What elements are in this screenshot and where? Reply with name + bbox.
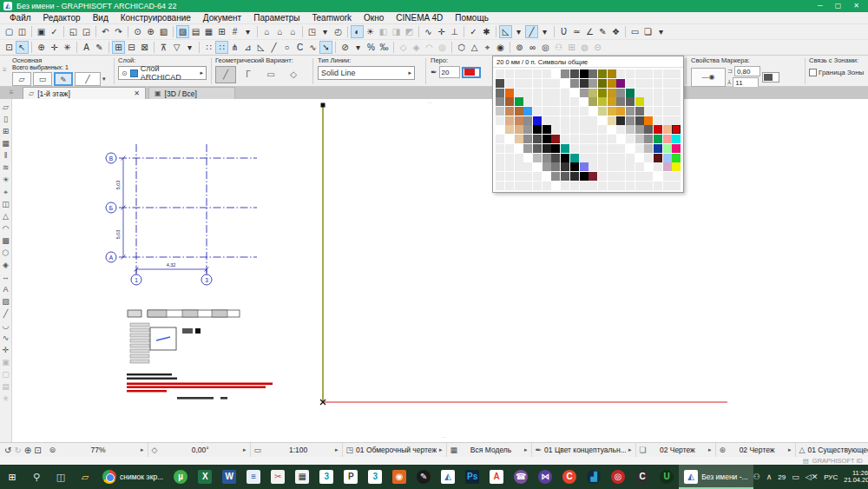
set-square-icon[interactable]: ◺ — [499, 25, 512, 38]
status-renovation-filter[interactable]: △01 Существующее со...▸ — [796, 443, 868, 457]
pen-color-cell[interactable] — [496, 69, 504, 78]
pen-color-cell[interactable] — [570, 107, 579, 116]
pen-color-cell[interactable] — [616, 172, 625, 181]
trim-icon[interactable]: ⊘ — [339, 41, 352, 54]
pen-color-cell[interactable] — [570, 89, 579, 97]
top-link-icon[interactable]: ⊼ — [157, 41, 170, 54]
pen-color-cell[interactable] — [580, 162, 589, 171]
pen-color-cell[interactable] — [542, 144, 551, 153]
pen-color-cell[interactable] — [580, 182, 589, 190]
pen-color-cell[interactable] — [551, 107, 560, 116]
menu-документ[interactable]: Документ — [197, 12, 247, 24]
tab-3d-all[interactable]: ▣ [3D / Все] — [148, 87, 235, 99]
grid-options-icon[interactable]: ▾ — [241, 25, 254, 38]
zoom-forward-icon[interactable]: ↻ — [14, 446, 21, 455]
pen-color-cell[interactable] — [672, 116, 681, 125]
pen-color-cell[interactable] — [570, 144, 579, 153]
pen-color-cell[interactable] — [561, 79, 569, 88]
pen-color-cell[interactable] — [496, 116, 504, 125]
3d-path-icon[interactable]: ⌖ — [481, 41, 494, 54]
pen-color-cell[interactable] — [663, 107, 672, 116]
menu-вид[interactable]: Вид — [87, 12, 115, 24]
section-tool-icon[interactable]: ▤ — [1, 380, 11, 393]
pen-color-cell[interactable] — [542, 79, 551, 88]
taskbar-kmplayer[interactable]: ⋈ — [533, 465, 557, 489]
taskbar-utorrent[interactable]: µ — [168, 465, 193, 489]
pen-color-cell[interactable] — [598, 135, 607, 143]
guide-options-icon[interactable]: ▾ — [538, 25, 551, 38]
pen-color-swatch[interactable] — [462, 67, 481, 78]
hotspot-tool-icon[interactable]: ✛ — [1, 344, 11, 356]
taskbar-3ds-max[interactable]: 3 — [314, 465, 339, 489]
pen-color-cell[interactable] — [551, 182, 560, 190]
pen-color-cell[interactable] — [561, 172, 569, 181]
pen-color-cell[interactable] — [533, 135, 542, 143]
pen-color-cell[interactable] — [561, 107, 569, 116]
pen-color-cell[interactable] — [626, 89, 635, 97]
pen-color-cell[interactable] — [505, 162, 514, 171]
camera-path-icon[interactable]: ∞ — [526, 41, 539, 54]
pen-color-cell[interactable] — [644, 162, 653, 171]
pen-color-cell[interactable] — [496, 135, 504, 143]
vr-scene-icon[interactable]: ◎ — [539, 41, 552, 54]
pen-color-cell[interactable] — [551, 154, 560, 162]
publish-icon[interactable]: ✓ — [48, 25, 61, 38]
copy-icon[interactable]: ◱ — [67, 25, 80, 38]
pen-color-cell[interactable] — [533, 182, 542, 190]
fillet-icon[interactable]: ◺ — [254, 41, 267, 54]
pen-color-cell[interactable] — [663, 144, 672, 153]
rectangle-button[interactable]: ▭ — [260, 66, 281, 83]
zone-tool-icon[interactable]: ⬡ — [1, 247, 11, 259]
pen-color-cell[interactable] — [580, 69, 589, 78]
magic-wand-icon[interactable]: ➘ — [319, 41, 332, 54]
pen-color-cell[interactable] — [663, 182, 672, 190]
minimize-button[interactable]: ─ — [818, 0, 823, 12]
3d-block-icon[interactable]: ⬡ — [455, 41, 468, 54]
pen-color-cell[interactable] — [654, 107, 662, 116]
pen-color-cell[interactable] — [533, 144, 542, 153]
pen-color-cell[interactable] — [496, 79, 504, 88]
pen-color-cell[interactable] — [663, 79, 672, 88]
taskbar-cad-app[interactable]: ◭ — [436, 465, 460, 489]
pen-color-cell[interactable] — [496, 172, 504, 181]
curtain-wall-tool-icon[interactable]: ▦ — [1, 137, 11, 149]
pen-color-cell[interactable] — [672, 69, 681, 78]
slab-tool-icon[interactable]: ◫ — [1, 198, 11, 210]
menu-редактор[interactable]: Редактор — [37, 12, 87, 24]
pen-color-cell[interactable] — [496, 162, 504, 171]
pen-color-cell[interactable] — [551, 89, 560, 97]
pen-color-cell[interactable] — [598, 107, 607, 116]
pen-color-cell[interactable] — [654, 135, 662, 143]
print-icon[interactable]: ▣ — [35, 25, 48, 38]
marker-pen-swatch[interactable] — [762, 72, 779, 83]
pen-color-cell[interactable] — [589, 97, 597, 106]
pen-color-cell[interactable] — [626, 125, 635, 134]
pen-color-cell[interactable] — [551, 144, 560, 153]
pen-color-cell[interactable] — [561, 89, 569, 97]
pen-color-cell[interactable] — [542, 162, 551, 171]
layer-dropdown[interactable]: ⊙ Слой ARCHICAD ▸ — [118, 66, 207, 80]
status-layer-combination[interactable]: ◳01 Обмерочный чертеж▸ — [343, 443, 447, 457]
pen-color-cell[interactable] — [542, 172, 551, 181]
pen-color-cell[interactable] — [672, 182, 681, 190]
lock-icon[interactable]: ⊝ — [591, 41, 604, 54]
maximize-button[interactable]: ▢ — [835, 0, 842, 12]
pen-color-cell[interactable] — [533, 154, 542, 162]
pen-color-cell[interactable] — [505, 79, 514, 88]
sun-settings-icon[interactable]: ☀ — [364, 25, 377, 38]
pen-color-cell[interactable] — [644, 172, 653, 181]
pen-color-cell[interactable] — [654, 162, 662, 171]
pen-color-cell[interactable] — [644, 79, 653, 88]
taskbar-screenshot-tool[interactable]: ◉ — [387, 465, 411, 489]
window-c-icon[interactable]: ◠ — [423, 41, 436, 54]
guide-lines-icon[interactable]: ╱ — [525, 25, 538, 38]
group-icon[interactable]: ⊞ — [112, 41, 125, 54]
floor-plan-canvas[interactable]: В Б А 1 3 5,03 5,03 — [12, 99, 868, 442]
pen-color-cell[interactable] — [561, 125, 569, 134]
pen-color-cell[interactable] — [672, 125, 681, 134]
pen-color-cell[interactable] — [616, 89, 625, 97]
pen-color-cell[interactable] — [542, 97, 551, 106]
zoom-select-icon[interactable]: ⊕ — [144, 25, 157, 38]
pen-color-cell[interactable] — [551, 135, 560, 143]
linetype-dropdown[interactable]: Solid Line ▸ — [318, 66, 415, 80]
